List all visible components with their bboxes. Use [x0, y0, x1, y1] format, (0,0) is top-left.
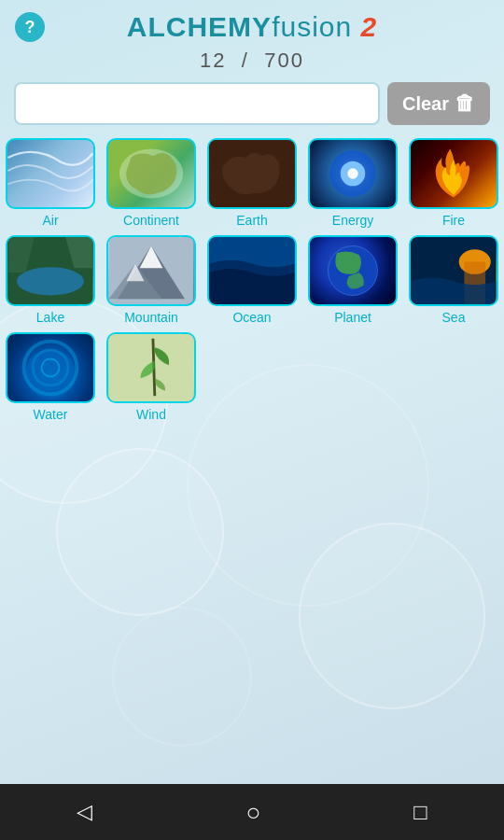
help-button[interactable]: ?: [15, 12, 45, 42]
element-planet-label: Planet: [334, 310, 371, 325]
element-planet-image: [308, 235, 398, 306]
progress-display: 12 / 700: [200, 49, 304, 73]
element-ocean-image: [207, 235, 297, 306]
clear-label: Clear: [402, 93, 449, 115]
element-wind[interactable]: Wind: [105, 332, 198, 422]
element-air[interactable]: Air: [4, 138, 97, 228]
element-lake-image: [6, 235, 95, 306]
element-earth[interactable]: Earth: [205, 138, 299, 228]
element-air-image: [6, 138, 95, 209]
element-wind-label: Wind: [136, 407, 166, 422]
element-continent-image: [106, 138, 196, 209]
element-earth-label: Earth: [236, 213, 267, 228]
element-mountain-label: Mountain: [124, 310, 178, 325]
element-continent[interactable]: Continent: [105, 138, 198, 228]
element-sea-image: [409, 235, 498, 306]
element-water-image: [6, 332, 95, 403]
element-water-label: Water: [34, 407, 68, 422]
search-row: Clear 🗑: [14, 82, 490, 125]
title-alchemy: ALCHEMY: [127, 11, 272, 42]
progress-separator: /: [242, 49, 249, 72]
element-energy-image: [308, 138, 398, 209]
element-lake-label: Lake: [36, 310, 64, 325]
element-energy[interactable]: Energy: [306, 138, 399, 228]
element-energy-label: Energy: [332, 213, 373, 228]
title-num: 2: [361, 11, 378, 42]
element-ocean[interactable]: Ocean: [205, 235, 299, 325]
nav-recent-button[interactable]: [395, 791, 446, 833]
element-water[interactable]: Water: [4, 332, 97, 422]
element-sea-label: Sea: [442, 310, 466, 325]
element-sea[interactable]: Sea: [407, 235, 500, 325]
bottom-nav: [0, 784, 504, 840]
element-fire-image: [409, 138, 498, 209]
clear-button[interactable]: Clear 🗑: [387, 82, 490, 125]
element-mountain[interactable]: Mountain: [105, 235, 198, 325]
progress-total: 700: [264, 49, 304, 72]
element-planet[interactable]: Planet: [306, 235, 399, 325]
search-input[interactable]: [14, 82, 380, 125]
app-title: ALCHEMYfusion 2: [127, 11, 377, 43]
trash-icon: 🗑: [455, 91, 475, 116]
header: ? ALCHEMYfusion 2: [0, 0, 504, 47]
nav-home-button[interactable]: [227, 791, 279, 834]
app-container: ? ALCHEMYfusion 2 12 / 700 Clear 🗑 AirCo…: [0, 0, 504, 422]
element-earth-image: [207, 138, 297, 209]
svg-point-4: [347, 168, 357, 178]
progress-current: 12: [200, 49, 226, 72]
element-ocean-label: Ocean: [232, 310, 271, 325]
element-wind-image: [106, 332, 196, 403]
elements-grid: AirContinentEarthEnergyFireLakeMountainO…: [0, 138, 504, 422]
element-fire[interactable]: Fire: [407, 138, 500, 228]
element-mountain-image: [106, 235, 196, 306]
svg-point-6: [17, 267, 84, 295]
element-air-label: Air: [42, 213, 58, 228]
element-fire-label: Fire: [442, 213, 465, 228]
title-fusion: fusion: [272, 11, 352, 42]
element-continent-label: Continent: [123, 213, 179, 228]
nav-back-button[interactable]: [58, 792, 111, 832]
element-lake[interactable]: Lake: [4, 235, 97, 325]
